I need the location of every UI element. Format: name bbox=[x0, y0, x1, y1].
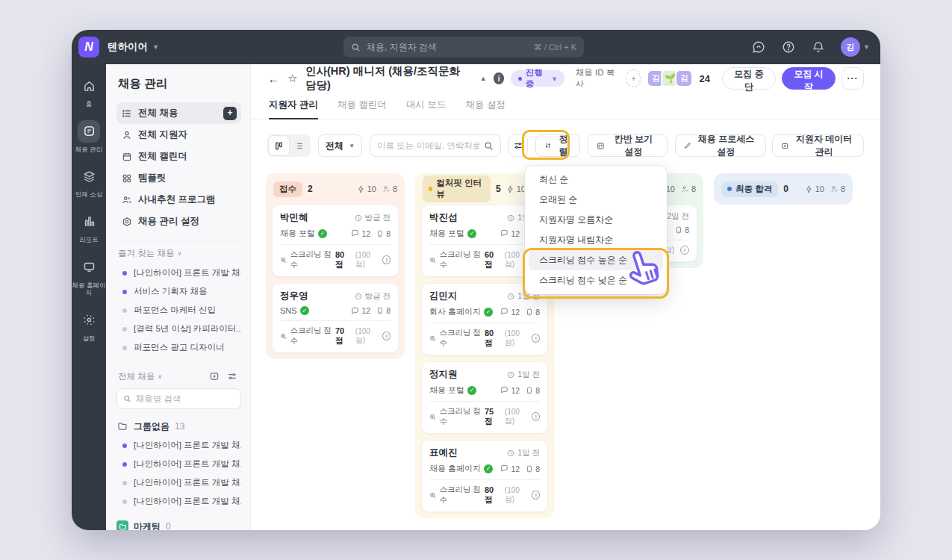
alert-icon[interactable]: ! bbox=[532, 412, 540, 421]
sidebar-item-all-jobs[interactable]: 전체 채용 + bbox=[116, 102, 241, 124]
tab-calendar[interactable]: 채용 캘린더 bbox=[337, 99, 387, 119]
column-name-badge[interactable]: 최종 합격 bbox=[721, 181, 778, 197]
clock-icon bbox=[507, 214, 514, 222]
zap-icon bbox=[805, 185, 813, 193]
notifications-icon[interactable] bbox=[811, 40, 826, 55]
favorite-job-item[interactable]: [경력 5년 이상] 카피라이터... bbox=[116, 320, 241, 338]
favorites-section-header[interactable]: 즐겨 찾는 채용 ∨ bbox=[118, 248, 240, 259]
rail-item-reports[interactable]: 리포트 bbox=[72, 211, 106, 244]
all-jobs-section-header[interactable]: 전체 채용 ∨ bbox=[118, 369, 240, 384]
kanban-view-button[interactable] bbox=[269, 136, 289, 155]
sidebar-item-templates[interactable]: 템플릿 bbox=[116, 167, 241, 189]
person-icon bbox=[121, 129, 132, 140]
kanban-settings-icon bbox=[597, 141, 605, 151]
process-settings-button[interactable]: 채용 프로세스 설정 bbox=[675, 134, 766, 157]
global-search[interactable]: 채용, 지원자 검색 ⌘ / Ctrl + K bbox=[343, 37, 584, 57]
phone-icon bbox=[526, 387, 533, 394]
tab-dashboard[interactable]: 대시 보드 bbox=[406, 99, 446, 119]
favorite-job-item[interactable]: 퍼포먼스 마케터 신입 bbox=[116, 301, 241, 320]
sidebar-item-all-applicants[interactable]: 전체 지원자 bbox=[116, 124, 241, 146]
group-job-item[interactable]: [나인하이어] 프론트 개발 채... bbox=[116, 492, 241, 511]
phone-icon bbox=[526, 465, 533, 473]
copy-job-id[interactable]: 채용 ID 복사 bbox=[576, 67, 620, 90]
user-menu[interactable]: 김 ▼ bbox=[841, 37, 870, 57]
app-logo-icon[interactable]: N bbox=[78, 37, 99, 57]
alert-icon[interactable]: ! bbox=[532, 334, 540, 343]
favorite-job-item[interactable]: 퍼포먼스 광고 디자이너 bbox=[116, 338, 241, 357]
column-name-badge[interactable]: 컬처핏 인터뷰 bbox=[423, 175, 491, 202]
column-name-badge[interactable]: 접수 bbox=[273, 181, 302, 197]
tab-applicants[interactable]: 지원자 관리 bbox=[269, 99, 318, 119]
device-count: 8 bbox=[376, 229, 391, 238]
applicant-data-button[interactable]: 지원자 데이터 관리 bbox=[772, 134, 864, 157]
sidebar-item-referral[interactable]: 사내추천 프로그램 bbox=[116, 189, 241, 211]
help-icon[interactable] bbox=[781, 40, 796, 55]
rail-item-sourcing[interactable]: 인재 소싱 bbox=[72, 165, 106, 199]
kanban-settings-button[interactable]: 칸반 보기 설정 bbox=[588, 134, 668, 157]
rail-item-recruiting[interactable]: 채용 관리 bbox=[72, 120, 106, 154]
zap-icon bbox=[506, 185, 514, 193]
info-icon[interactable]: i bbox=[494, 72, 505, 84]
sort-option-name-asc[interactable]: 지원자명 오름차순 bbox=[529, 210, 663, 230]
job-search-field[interactable] bbox=[116, 388, 241, 409]
chat-bubble-icon bbox=[500, 229, 508, 237]
group-marketing[interactable]: 마케팅 0 bbox=[116, 517, 241, 530]
filter-sliders-button[interactable] bbox=[508, 134, 528, 157]
sidebar-item-recruiting-settings[interactable]: 채용 관리 설정 bbox=[116, 211, 241, 232]
back-arrow-icon[interactable]: ← bbox=[267, 72, 280, 85]
member-avatars[interactable]: 김 🌱 김 bbox=[647, 69, 693, 87]
add-member-button[interactable]: + bbox=[626, 69, 641, 87]
pencil-icon bbox=[684, 141, 691, 150]
sidebar-item-all-calendar[interactable]: 전체 캘린더 bbox=[116, 146, 241, 167]
status-dot bbox=[122, 290, 127, 294]
applicant-card[interactable]: 박민혜 방금 전 채용 포털✓ 12 8 스크리닝 점수 80점 (100점) bbox=[272, 205, 399, 277]
sort-option-oldest[interactable]: 오래된 순 bbox=[529, 190, 663, 210]
more-options-button[interactable]: ··· bbox=[841, 67, 864, 90]
sidebar: 채용 관리 전체 채용 + 전체 지원자 전체 캘린더 템플릿 사내추천 프로그… bbox=[106, 64, 251, 530]
stop-recruiting-button[interactable]: 모집 중단 bbox=[722, 67, 776, 90]
applicant-card[interactable]: 정지원 1일 전 채용 포털✓ 12 8 스크리닝 점수 75점 (100점) bbox=[421, 361, 548, 434]
group-job-item[interactable]: [나인하이어] 프론트 개발 채... bbox=[116, 473, 241, 492]
applicant-card[interactable]: 표예진 1일 전 채용 홈페이지✓ 12 8 스크리닝 점수 80점 (100점… bbox=[421, 440, 548, 512]
stage-filter-select[interactable]: 전체 ▼ bbox=[318, 134, 362, 157]
workspace-name: 텐하이어 bbox=[108, 40, 148, 54]
applicant-search-input[interactable] bbox=[377, 141, 479, 150]
top-bar: N 텐하이어 ▼ 채용, 지원자 검색 ⌘ / Ctrl + K 김 ▼ bbox=[72, 30, 880, 64]
check-icon: ✓ bbox=[318, 229, 327, 238]
tab-settings[interactable]: 채용 설정 bbox=[465, 99, 505, 119]
alert-icon[interactable]: ! bbox=[532, 491, 540, 500]
chevron-down-icon: ∨ bbox=[158, 373, 162, 380]
alert-icon[interactable]: ! bbox=[382, 332, 391, 340]
sort-button[interactable]: 정렬 bbox=[535, 134, 580, 157]
applicant-card[interactable]: 김민지 1일 전 회사 홈페이지✓ 12 8 스크리닝 점수 80점 (100점… bbox=[421, 283, 548, 355]
chat-count: 12 bbox=[500, 386, 520, 395]
rail-item-home[interactable]: 홈 bbox=[72, 75, 106, 108]
sort-option-newest[interactable]: 최신 순 bbox=[529, 169, 663, 190]
status-dot bbox=[122, 462, 127, 467]
alert-icon[interactable]: ! bbox=[382, 255, 391, 264]
group-job-item[interactable]: [나인하이어] 프론트 개발 채... bbox=[116, 455, 241, 473]
job-search-input[interactable] bbox=[136, 394, 234, 403]
star-icon[interactable]: ☆ bbox=[287, 72, 299, 85]
add-group-button[interactable] bbox=[207, 369, 222, 384]
alert-icon[interactable]: ! bbox=[680, 246, 689, 255]
start-recruiting-button[interactable]: 모집 시작 bbox=[782, 67, 836, 90]
check-icon: ✓ bbox=[484, 308, 493, 317]
list-view-button[interactable] bbox=[289, 136, 309, 155]
group-job-item[interactable]: [나인하이어] 프론트 개발 채... bbox=[116, 436, 241, 455]
status-badge[interactable]: 진행중 ∨ bbox=[511, 70, 564, 87]
chat-icon[interactable] bbox=[751, 40, 766, 55]
applicant-card[interactable]: 정우영 방금 전 SNS✓ 12 8 스크리닝 점수 70점 (100점) bbox=[272, 283, 399, 353]
rail-item-career-site[interactable]: 채용 홈페이지 bbox=[72, 256, 106, 297]
favorite-job-item[interactable]: 서비스 기획자 채용 bbox=[116, 282, 241, 301]
status-dot bbox=[122, 444, 127, 448]
workspace-switcher[interactable]: 텐하이어 ▼ bbox=[108, 30, 159, 64]
person-icon bbox=[681, 185, 689, 193]
group-ungrouped[interactable]: 그룹없음 13 bbox=[116, 417, 241, 436]
add-job-button[interactable]: + bbox=[223, 107, 237, 120]
chevron-up-icon[interactable]: ▲ bbox=[480, 75, 487, 82]
rail-item-settings[interactable]: 설정 bbox=[72, 309, 106, 343]
applicant-search-field[interactable] bbox=[370, 134, 501, 157]
favorite-job-item[interactable]: [나인하이어] 프론트 개발 채용 bbox=[116, 264, 241, 282]
filter-sliders-icon[interactable] bbox=[225, 369, 240, 384]
